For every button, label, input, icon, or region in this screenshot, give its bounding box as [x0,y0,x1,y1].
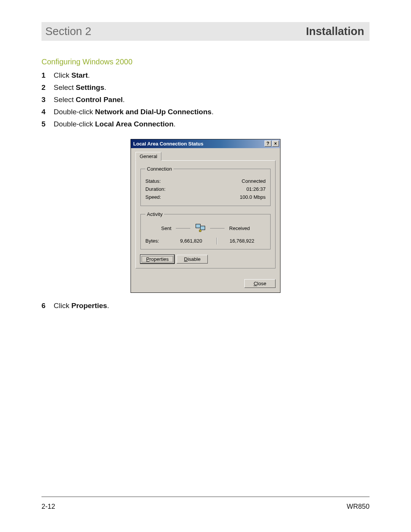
sent-label: Sent [161,225,172,231]
page-footer: 2-12 WR850 [41,503,370,511]
speed-value: 100.0 Mbps [240,194,266,200]
tab-strip: General [135,152,276,161]
status-label: Status: [145,178,161,184]
duration-label: Duration: [145,186,166,192]
step-number: 4 [41,107,54,117]
bytes-received: 16,768,922 [218,238,266,244]
network-icon [195,224,206,233]
steps-list: 1 Click Start. 2 Select Settings. 3 Sele… [41,69,370,131]
help-button[interactable]: ? [264,141,271,147]
step-text: Double-click Network and Dial-Up Connect… [54,107,213,117]
disable-button[interactable]: Disable [177,255,208,264]
button-row: Properties Disable [140,255,271,264]
subheading: Configuring Windows 2000 [41,58,370,66]
dash-right [210,228,225,228]
step-item: 6 Click Properties. [41,300,370,312]
close-button[interactable]: × [272,141,279,147]
page-header: Section 2 Installation [41,22,370,41]
tab-general[interactable]: General [135,152,161,161]
close-row: Close [135,279,276,288]
bytes-row: Bytes: 9,661,820 16,768,922 [145,235,266,244]
duration-value: 01:26:37 [246,186,266,192]
step-number: 5 [41,119,54,129]
close-dialog-button[interactable]: Close [244,279,276,288]
received-label: Received [229,225,250,231]
properties-button[interactable]: Properties [140,255,174,264]
speed-label: Speed: [145,194,161,200]
step-item: 1 Click Start. [41,69,370,81]
step-text: Click Properties. [54,300,109,311]
step-text: Click Start. [54,70,90,81]
step-item: 3 Select Control Panel. [41,94,370,106]
step-number: 6 [41,300,54,311]
activity-header: Sent Received [145,222,266,235]
bytes-sent: 9,661,820 [167,238,215,244]
step-text: Double-click Local Area Connection. [54,119,175,129]
step-number: 2 [41,82,54,93]
step-text: Select Control Panel. [54,94,125,105]
page-number: 2-12 [41,503,55,511]
titlebar: Local Area Connection Status ? × [131,139,280,148]
step-item: 5 Double-click Local Area Connection. [41,118,370,130]
duration-row: Duration: 01:26:37 [145,185,266,193]
bytes-separator [217,238,217,244]
close-icon: × [274,141,277,146]
activity-legend: Activity [145,211,164,217]
bytes-label: Bytes: [145,238,167,244]
connection-legend: Connection [145,166,174,172]
status-row: Status: Connected [145,177,266,185]
model-name: WR850 [347,503,370,511]
section-label: Section 2 [45,25,91,38]
speed-row: Speed: 100.0 Mbps [145,193,266,201]
step-text: Select Settings. [54,82,106,93]
dialog-container: Local Area Connection Status ? × General… [41,131,370,300]
step-item: 2 Select Settings. [41,81,370,94]
dash-left [176,228,190,228]
step-number: 1 [41,70,54,81]
tab-panel: Connection Status: Connected Duration: 0… [135,160,276,268]
status-value: Connected [242,178,266,184]
connection-group: Connection Status: Connected Duration: 0… [140,166,271,206]
activity-group: Activity Sent Received Bytes: 9,661,820 [140,211,271,249]
help-icon: ? [266,141,269,146]
titlebar-text: Local Area Connection Status [133,141,264,147]
steps-list-after: 6 Click Properties. [41,300,370,312]
step-number: 3 [41,94,54,105]
section-title: Installation [306,25,364,38]
step-item: 4 Double-click Network and Dial-Up Conne… [41,106,370,118]
dialog-body: General Connection Status: Connected Dur… [131,148,280,292]
footer-separator [41,497,370,497]
lan-status-dialog: Local Area Connection Status ? × General… [131,139,280,293]
